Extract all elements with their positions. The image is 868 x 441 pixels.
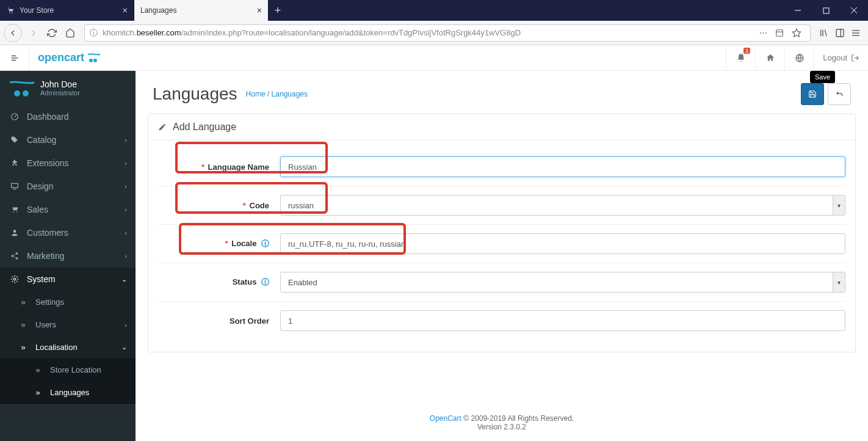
url-text: khomitch.khomitch.beseller.combeseller.c… [103,28,759,37]
sidebar-item-catalog[interactable]: Catalog › [0,128,136,151]
input-code[interactable] [280,195,845,216]
globe-link[interactable] [784,45,814,70]
input-locale[interactable] [280,233,845,254]
chevron-right-icon: › [125,321,127,329]
footer-link[interactable]: OpenCart [430,414,461,423]
svg-point-21 [94,59,96,62]
pencil-icon [158,123,167,131]
label-locale: Locale [231,239,256,248]
arrow-icon: » [32,365,44,374]
sidebar-item-marketing[interactable]: Marketing › [0,244,136,268]
browser-titlebar: Your Store × Languages × + [0,0,868,21]
sidebar-toggle-button[interactable] [0,45,29,71]
svg-point-24 [24,92,28,96]
reload-button[interactable] [43,24,61,42]
nav-label: Catalog [27,135,56,145]
sidebar-item-customers[interactable]: Customers › [0,221,136,244]
nav-label: Users [35,320,56,329]
sidebar-sub-localisation[interactable]: » Localisation ⌄ [0,336,136,359]
minimize-button[interactable] [784,0,812,21]
sidebar-sub-users[interactable]: » Users › [0,313,136,336]
more-icon[interactable]: ⋯ [759,28,767,37]
nav-label: Settings [35,297,64,307]
sidebar-item-design[interactable]: Design › [0,175,136,198]
logo[interactable]: opencart [29,51,110,64]
info-icon[interactable]: ⓘ [90,27,98,38]
chevron-down-icon[interactable]: ▾ [833,272,845,292]
footer-copyright: © 2009-2019 All Rights Reserved. [461,414,574,423]
breadcrumb-home[interactable]: Home [246,90,266,98]
gear-icon [9,275,21,283]
chevron-down-icon: ⌄ [121,343,127,351]
breadcrumb: Home / Languages [246,90,308,98]
logout-label: Logout [823,53,847,62]
share-icon [9,252,21,260]
svg-point-23 [15,92,20,96]
maximize-button[interactable] [812,0,840,21]
notifications-button[interactable]: 1 [726,45,755,70]
help-icon[interactable]: ⓘ [261,277,269,286]
svg-marker-8 [792,29,800,37]
save-tooltip: Save [810,71,835,83]
row-language-name: * Language Name [158,148,845,186]
app-header: opencart 1 Logout Save [0,45,868,71]
back-button[interactable] [4,24,22,42]
tab-title: Your Store [20,6,118,15]
user-cart-icon [9,80,33,96]
nav-label: Languages [50,388,89,397]
sidebar-icon[interactable] [835,28,845,38]
home-link[interactable] [755,45,784,70]
sidebar-item-dashboard[interactable]: Dashboard [0,105,136,128]
input-sort-order[interactable] [280,310,845,331]
sidebar-sub2-store-location[interactable]: » Store Location [0,359,136,381]
menu-icon[interactable] [851,28,861,38]
chevron-down-icon[interactable]: ▾ [833,195,845,215]
nav-label: Dashboard [27,112,69,122]
svg-point-32 [12,255,14,257]
breadcrumb-languages[interactable]: Languages [272,90,308,98]
help-icon[interactable]: ⓘ [261,239,269,248]
tab-close-icon[interactable]: × [123,5,128,15]
label-status: Status [233,277,257,286]
sidebar-sub-settings[interactable]: » Settings [0,291,136,313]
library-icon[interactable] [819,28,829,38]
row-code: * Code ▾ [158,186,845,225]
cancel-button[interactable] [828,83,851,105]
forward-button[interactable] [24,24,43,42]
cart-icon [87,53,101,63]
select-status[interactable] [280,272,845,293]
chevron-right-icon: › [125,252,127,260]
cart-favicon-icon [6,6,15,15]
tab-close-icon[interactable]: × [257,5,262,15]
nav-label: Design [27,181,54,191]
home-button[interactable] [61,24,79,42]
svg-point-31 [16,252,18,255]
chevron-right-icon: › [125,159,127,167]
panel-title: Add Language [173,122,236,133]
user-icon [9,228,21,237]
svg-point-1 [12,12,13,13]
browser-tab-1[interactable]: Languages × [134,0,269,21]
nav-label: Extensions [27,158,68,168]
svg-rect-6 [776,29,783,36]
new-tab-button[interactable]: + [269,0,287,21]
bookmark-icon[interactable] [792,28,801,38]
svg-point-20 [90,59,92,62]
url-bar[interactable]: ⓘ khomitch.khomitch.beseller.combeseller… [84,24,811,42]
sidebar-item-extensions[interactable]: Extensions › [0,151,136,175]
svg-point-28 [13,211,14,213]
logout-button[interactable]: Logout [814,45,868,70]
browser-tab-0[interactable]: Your Store × [0,0,134,21]
reader-icon[interactable] [775,29,784,37]
chevron-right-icon: › [125,136,127,144]
input-language-name[interactable] [280,156,845,177]
sidebar-item-sales[interactable]: Sales › [0,198,136,221]
close-button[interactable] [840,0,868,21]
save-button[interactable] [801,83,824,105]
page-title: Languages [153,84,237,104]
chevron-right-icon: › [125,229,127,236]
sidebar-sub2-languages[interactable]: » Languages [0,381,136,404]
page-header: Languages Home / Languages [136,71,868,114]
svg-point-36 [13,278,16,280]
sidebar-item-system[interactable]: System ⌄ [0,268,136,291]
